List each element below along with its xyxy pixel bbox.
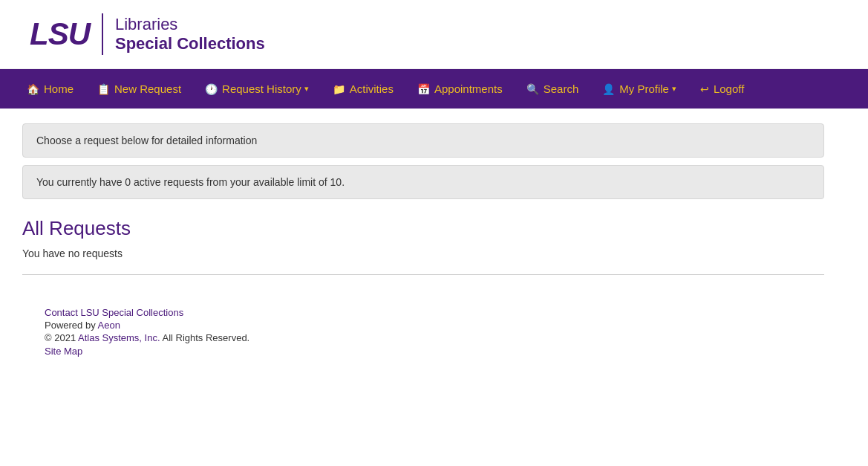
copyright-text: © 2021 (45, 332, 78, 343)
page-footer: Contact LSU Special Collections Powered … (22, 290, 824, 373)
main-content: Choose a request below for detailed info… (0, 109, 846, 388)
nav-my-profile-label: My Profile (619, 82, 669, 95)
nav-appointments-label: Appointments (434, 82, 503, 95)
nav-activities-label: Activities (350, 82, 394, 95)
nav-new-request-label: New Request (114, 82, 181, 95)
nav-logoff-label: Logoff (714, 82, 744, 95)
nav-activities[interactable]: 📁 Activities (321, 69, 405, 109)
nav-search-label: Search (544, 82, 579, 95)
page-header: LSU Libraries Special Collections (0, 0, 868, 69)
powered-by-line: Powered by Aeon (45, 320, 802, 331)
copyright-line: © 2021 Atlas Systems, Inc. All Rights Re… (45, 332, 802, 343)
activities-icon: 📁 (333, 83, 345, 95)
rights-text: All Rights Reserved. (160, 332, 250, 343)
request-history-dropdown-icon: ▾ (304, 84, 309, 94)
nav-my-profile[interactable]: 👤 My Profile ▾ (590, 69, 688, 109)
home-icon: 🏠 (27, 83, 39, 95)
contact-line: Contact LSU Special Collections (45, 306, 802, 318)
nav-logoff[interactable]: ↩ Logoff (688, 69, 756, 109)
atlas-link[interactable]: Atlas Systems, Inc. (78, 332, 160, 343)
sitemap-link[interactable]: Site Map (45, 346, 82, 357)
powered-by-text: Powered by (45, 320, 98, 331)
main-navigation: 🏠 Home 📋 New Request 🕐 Request History ▾… (0, 69, 868, 109)
nav-search[interactable]: 🔍 Search (515, 69, 591, 109)
logoff-icon: ↩ (700, 83, 709, 95)
no-requests-message: You have no requests (22, 247, 824, 259)
request-history-icon: 🕐 (205, 83, 218, 95)
sitemap-line: Site Map (45, 345, 802, 357)
logo-divider (102, 13, 103, 55)
nav-request-history[interactable]: 🕐 Request History ▾ (193, 69, 321, 109)
info-message-box: Choose a request below for detailed info… (22, 123, 824, 158)
logo-lsu: LSU (30, 16, 90, 52)
new-request-icon: 📋 (97, 83, 110, 95)
active-requests-box: You currently have 0 active requests fro… (22, 165, 824, 199)
search-icon: 🔍 (526, 83, 539, 95)
logo-container: LSU Libraries Special Collections (30, 13, 838, 55)
appointments-icon: 📅 (417, 83, 430, 95)
active-requests-text: You currently have 0 active requests fro… (36, 176, 345, 188)
footer-divider (22, 274, 824, 275)
profile-icon: 👤 (602, 83, 615, 95)
all-requests-title: All Requests (22, 217, 824, 240)
info-message-text: Choose a request below for detailed info… (36, 135, 257, 146)
logo-libraries: Libraries (115, 15, 265, 34)
nav-appointments[interactable]: 📅 Appointments (405, 69, 515, 109)
logo-text: Libraries Special Collections (115, 15, 265, 54)
my-profile-dropdown-icon: ▾ (672, 84, 676, 94)
nav-request-history-label: Request History (222, 82, 301, 95)
nav-new-request[interactable]: 📋 New Request (85, 69, 193, 109)
nav-home[interactable]: 🏠 Home (15, 69, 85, 109)
contact-link[interactable]: Contact LSU Special Collections (45, 307, 183, 318)
nav-home-label: Home (44, 82, 74, 95)
logo-special-collections: Special Collections (115, 34, 265, 54)
aeon-link[interactable]: Aeon (98, 320, 120, 331)
